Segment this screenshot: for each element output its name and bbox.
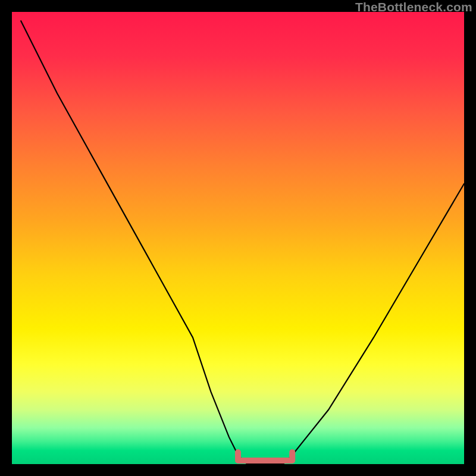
flat-region-marker bbox=[238, 452, 292, 461]
bottleneck-curve-line bbox=[21, 21, 464, 464]
chart-container: TheBottleneck.com bbox=[0, 0, 476, 476]
curve-svg bbox=[12, 12, 464, 464]
watermark-text: TheBottleneck.com bbox=[355, 0, 472, 14]
plot-area bbox=[12, 12, 464, 464]
